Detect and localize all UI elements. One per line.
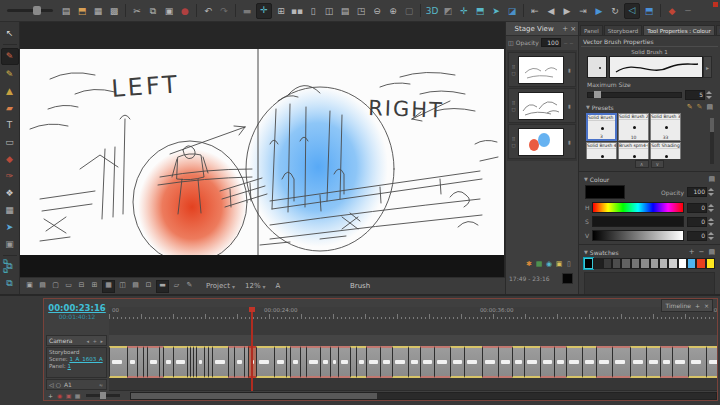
zoom-in-icon[interactable]: ⊕ [386,4,400,18]
panel-list-icon[interactable]: ▤ [37,280,48,291]
stamp-tool-icon[interactable]: ▲ [2,84,18,99]
save-all-icon[interactable]: ▩ [107,4,121,18]
colour-swatch[interactable] [584,258,593,269]
layer-thumbnail[interactable] [518,128,564,156]
prev-frame-icon[interactable]: ◀ [544,4,558,18]
new-brush-preset-icon[interactable]: ✎ [687,103,693,111]
panel-segment[interactable] [612,346,630,378]
panel-segment[interactable] [630,346,646,378]
colour-swatch[interactable] [668,258,677,269]
colour-swatch[interactable] [678,258,687,269]
layer-row[interactable]: ⠿◻▮ [508,52,576,87]
drag-tool-icon[interactable]: ❖ [2,186,18,201]
hue-spinner[interactable] [708,203,714,213]
panel-segment[interactable] [554,346,566,378]
thumbnail-pages-icon[interactable]: ⧉ [3,258,8,267]
panel-segment[interactable] [127,346,137,378]
current-colour-swatch[interactable] [585,185,625,199]
thin-line-icon[interactable]: ▬ [240,4,254,18]
undo-icon[interactable]: ↶ [201,4,215,18]
tab-tool-properties[interactable]: Tool Properties : Colour [643,25,714,35]
panel-segment[interactable] [380,346,392,378]
brush-preset[interactable]: Solid Brush 4 [586,142,617,159]
edit-style-icon[interactable]: ✎ [184,280,195,291]
colour-swatch[interactable] [659,258,668,269]
thumbnails-view-icon[interactable]: ⊞ [274,4,288,18]
colour-swatch[interactable] [621,258,630,269]
collapse-presets-icon[interactable]: ▼ [586,104,590,110]
cube-icon[interactable]: ◪ [505,4,519,18]
colour-menu-icon[interactable]: ▤ [708,175,715,183]
panel-segment[interactable] [524,346,540,378]
project-scope-label[interactable]: Project [206,282,230,290]
paint-marker-icon[interactable]: ◆ [665,4,679,18]
saturation-slider[interactable] [592,216,684,227]
translate-icon[interactable]: ✛ [457,4,471,18]
page-up-icon[interactable]: ∧ [635,160,649,168]
panel-segment[interactable] [566,346,582,378]
panel-segment[interactable] [706,346,717,378]
tab-storyboard[interactable]: Storyboard [604,25,642,35]
collapse-colour-icon[interactable]: ▼ [584,176,588,182]
saturation-value[interactable]: 0 [687,217,707,227]
ink-tool-icon[interactable]: ✑ [2,169,18,184]
layer-thumbnail[interactable] [518,92,564,120]
panel-segment[interactable] [274,346,286,378]
layer-row[interactable]: ⠿◻▮ [508,88,576,123]
add-swatch-icon[interactable]: + [689,248,695,256]
panel-segment[interactable] [498,346,512,378]
fit-view-icon[interactable]: ▢ [50,280,61,291]
panel-segment[interactable] [338,346,350,378]
panel-segment[interactable] [646,346,660,378]
jump-end-icon[interactable]: ⇥ [576,4,590,18]
value-value[interactable]: 0 [687,231,707,241]
playhead[interactable] [251,307,253,391]
panel-segment[interactable] [540,346,554,378]
open-project-icon[interactable]: ⬒ [75,4,89,18]
panel-segment[interactable] [482,346,498,378]
panel-segment[interactable] [434,346,450,378]
colour-swatch[interactable] [612,258,621,269]
preset-menu-icon[interactable]: ▤ [706,103,713,111]
panel-segment[interactable] [306,346,320,378]
panel-segment[interactable] [256,346,274,378]
colour-swatch[interactable] [687,258,696,269]
text-tool-icon[interactable]: T [2,118,18,133]
saturation-spinner[interactable] [708,217,714,227]
timeline-close-icon[interactable]: × [704,302,709,309]
panel-segment[interactable] [596,346,612,378]
panel-segment[interactable] [109,346,127,378]
cut-icon[interactable]: ✂ [130,4,144,18]
max-size-slider[interactable] [587,92,682,98]
panel-view-icon[interactable]: ▯ [306,4,320,18]
layer-row[interactable]: ⠿◻▮ [508,124,576,159]
camera-keyframe-nav[interactable]: ◂ + ▸ [87,338,104,344]
speaker-icon[interactable]: ◁ [49,381,54,388]
capture-icon[interactable]: ⊡ [143,280,154,291]
panel-segment[interactable] [356,346,366,378]
eraser-tool-icon[interactable]: ▰ [2,101,18,116]
record-sound-icon[interactable]: ◉ [55,391,64,400]
camera-preview-icon[interactable]: ⬒ [642,4,656,18]
hue-value[interactable]: 0 [687,203,707,213]
panel-segment[interactable] [512,346,524,378]
tab-library[interactable]: Library [716,25,720,35]
brush-preset[interactable]: Soft Shading [650,142,681,159]
panel-segment[interactable] [450,346,464,378]
colour-swatch[interactable] [640,258,649,269]
value-spinner[interactable] [708,231,714,241]
colour-opacity-spinner[interactable] [708,187,714,197]
panel-segment[interactable] [173,346,187,378]
max-size-value[interactable]: 5 [685,90,705,100]
rectangle-tool-icon[interactable]: ▭ [2,135,18,150]
panel-segment[interactable] [420,346,434,378]
layer-opacity-icon[interactable]: ▮ [564,139,575,145]
colour-swatch[interactable] [650,258,659,269]
next-frame-icon[interactable]: ▶ [560,4,574,18]
sound-enable-icon[interactable]: ◁ [624,3,640,19]
paint-bucket-tool-icon[interactable]: ◆ [2,152,18,167]
scale-icon[interactable]: ⬒ [473,4,487,18]
split-view-icon[interactable]: ◳ [354,4,368,18]
timeline-add-icon[interactable]: + [695,302,700,309]
brush-preset[interactable]: Brush spm4-05 [618,142,649,159]
